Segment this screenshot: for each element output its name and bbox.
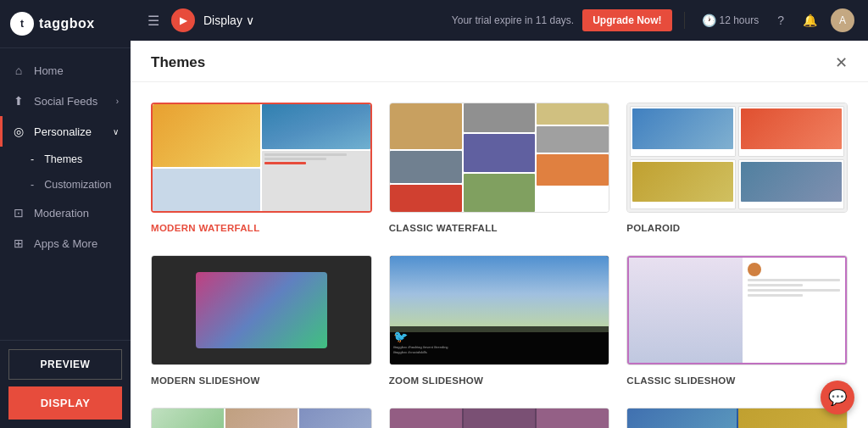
clock-icon: 🕐 [702,14,716,27]
chevron-right-icon: › [116,97,119,106]
sidebar-item-home[interactable]: ⌂ Home [0,55,131,86]
user-avatar[interactable]: A [831,8,854,32]
display-label-text: Display [203,14,242,27]
theme-thumb-classic-waterfall [389,103,610,213]
sidebar-item-moderation[interactable]: ⊡ Moderation [0,197,131,228]
main-content: ☰ ▶ Display ∨ Your trial expire in 11 da… [131,0,868,428]
sidebar-item-social-feeds[interactable]: ⬆ Social Feeds › [0,86,131,116]
chat-icon: 💬 [828,388,847,407]
clock-text: 12 hours [720,14,760,26]
sidebar-item-personalize[interactable]: ◎ Personalize ∨ [0,116,131,147]
sidebar: t taggbox ⌂ Home ⬆ Social Feeds › ◎ Pers… [0,0,131,428]
theme-name-zoom-slideshow: ZOOM SLIDESHOW [389,375,484,386]
sidebar-item-moderation-label: Moderation [34,207,89,220]
help-button[interactable]: ? [772,10,789,31]
theme-card-modern-slideshow[interactable]: MODERN SLIDESHOW [151,255,372,387]
sidebar-subitem-customization[interactable]: Customization [0,172,131,197]
theme-thumb-polaroid [626,103,848,213]
social-feeds-icon: ⬆ [12,94,25,108]
chat-fab-button[interactable]: 💬 [821,381,854,414]
themes-grid: MODERN WATERFALL [131,82,868,428]
chevron-down-icon: ∨ [113,127,119,136]
sidebar-subitem-themes[interactable]: Themes [0,147,131,172]
display-button[interactable]: DISPLAY [8,386,122,420]
theme-card-falling-columns[interactable]: FALLING COLUMNS [151,408,372,428]
themes-title: Themes [151,54,205,71]
sidebar-item-social-feeds-label: Social Feeds [34,95,97,108]
theme-thumb-modern-slideshow [151,255,372,365]
theme-thumb-zoom-slideshow: 🐦 #taggbox #hashtag #event #trending#tag… [389,255,610,365]
theme-card-classic-slideshow[interactable]: CLASSIC SLIDESHOW [626,255,848,387]
theme-name-classic-slideshow: CLASSIC SLIDESHOW [626,375,735,386]
close-button[interactable]: ✕ [835,55,848,70]
moderation-icon: ⊡ [12,206,25,220]
sidebar-item-apps-more-label: Apps & More [34,237,97,250]
theme-card-mashup[interactable]: MASHUP [626,408,848,428]
theme-card-polaroid[interactable]: POLAROID [626,103,848,235]
trial-text: Your trial expire in 11 days. [452,14,574,26]
theme-thumb-falling-columns [151,408,372,428]
bell-icon[interactable]: 🔔 [798,10,822,31]
upgrade-button[interactable]: Upgrade Now! [582,9,671,31]
avatar-letter: A [839,14,846,26]
sidebar-subitem-customization-label: Customization [44,179,111,191]
logo-icon: t [10,12,34,36]
preview-button[interactable]: PREVIEW [8,349,122,380]
home-icon: ⌂ [12,64,25,77]
theme-card-zoom-slideshow[interactable]: 🐦 #taggbox #hashtag #event #trending#tag… [389,255,610,387]
theme-name-classic-waterfall: CLASSIC WATERFALL [389,223,498,233]
hamburger-button[interactable]: ☰ [144,9,163,32]
display-dropdown[interactable]: Display ∨ [203,14,254,27]
theme-thumb-classic-slideshow [626,255,848,365]
sidebar-bottom: PREVIEW DISPLAY [0,340,131,428]
twitter-icon: 🐦 [393,330,409,345]
sidebar-item-apps-more[interactable]: ⊞ Apps & More [0,228,131,258]
sidebar-item-personalize-label: Personalize [34,125,92,138]
top-header: ☰ ▶ Display ∨ Your trial expire in 11 da… [131,0,868,41]
header-separator [684,12,685,29]
themes-panel: Themes ✕ [131,41,868,428]
content-area: Themes ✕ [131,41,868,428]
clock-icon-container: 🕐 12 hours [697,10,765,31]
sidebar-logo: t taggbox [0,0,131,48]
display-badge: ▶ [171,8,195,32]
theme-name-modern-slideshow: MODERN SLIDESHOW [151,375,260,386]
theme-card-modern-waterfall[interactable]: MODERN WATERFALL [151,103,372,235]
personalize-icon: ◎ [12,125,25,138]
theme-card-classic-waterfall[interactable]: CLASSIC WATERFALL [389,103,610,235]
themes-header: Themes ✕ [131,41,868,82]
sidebar-nav: ⌂ Home ⬆ Social Feeds › ◎ Personalize ∨ … [0,48,131,340]
logo-text: taggbox [39,16,95,31]
theme-thumb-mashup [626,408,848,428]
theme-name-modern-waterfall: MODERN WATERFALL [151,223,260,233]
apps-icon: ⊞ [12,236,25,250]
sidebar-item-home-label: Home [34,64,64,77]
sidebar-subitem-themes-label: Themes [44,153,82,165]
theme-thumb-modern-waterfall [151,103,372,213]
theme-thumb-grid [389,408,610,428]
display-chevron-icon: ∨ [246,14,254,27]
theme-card-grid[interactable]: GRID [389,408,610,428]
theme-name-polaroid: POLAROID [626,223,680,233]
